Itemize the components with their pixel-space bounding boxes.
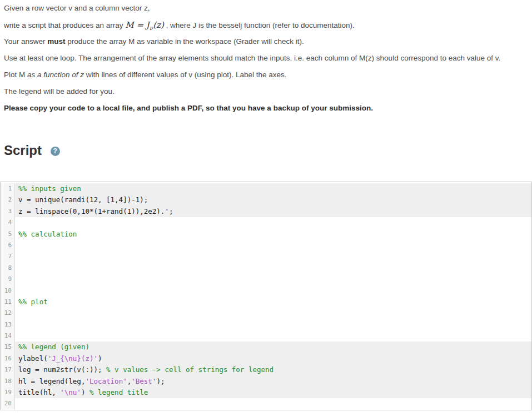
line-number: 20	[1, 398, 15, 409]
line-number: 13	[1, 319, 15, 330]
code-line: 9	[1, 274, 531, 285]
description-paragraph: Plot M as a function of z with lines of …	[4, 67, 528, 83]
code-line-content[interactable]	[15, 285, 531, 297]
code-token-plain: z = linspace(0,10*(1+rand(1)),2e2).';	[18, 207, 173, 215]
code-token-plain: )	[98, 354, 102, 363]
code-line-content[interactable]: %% plot	[15, 297, 531, 308]
text-segment: , where J is the besselj function (refer…	[164, 21, 355, 29]
code-line: 16ylabel('J_{\nu}(z)')	[1, 353, 531, 364]
math-formula-segment: M = J	[125, 20, 149, 30]
code-line-content: %% inputs given	[15, 183, 531, 194]
line-number: 1	[1, 183, 15, 194]
description: Given a row vector v and a column vector…	[0, 0, 532, 117]
description-paragraph: The legend will be added for you.	[4, 83, 528, 100]
code-line-content[interactable]	[15, 251, 531, 262]
code-line: 3z = linspace(0,10*(1+rand(1)),2e2).';	[1, 206, 531, 217]
code-line-content: v = unique(randi(12, [1,4])-1);	[15, 194, 531, 205]
code-token-plain: );	[156, 377, 165, 385]
code-line: 4	[1, 217, 531, 228]
code-line: 1%% inputs given	[1, 183, 531, 194]
code-line: 12	[1, 308, 531, 319]
code-token-comment: %% plot	[18, 298, 48, 306]
description-paragraph: write a script that produces an array M …	[4, 17, 528, 33]
code-line-content: hl = legend(leg,'Location','Best');	[15, 376, 531, 387]
code-token-string: 'Location'	[85, 377, 127, 385]
assignment-page: Given a row vector v and a column vector…	[0, 0, 532, 410]
line-number: 16	[1, 353, 15, 364]
description-paragraph: Given a row vector v and a column vector…	[4, 0, 528, 17]
code-line-content[interactable]	[15, 217, 531, 228]
line-number: 10	[1, 285, 15, 297]
line-number: 11	[1, 297, 15, 308]
code-line-content[interactable]	[15, 263, 531, 274]
code-line-content[interactable]	[15, 398, 531, 409]
code-token-comment: %% calculation	[18, 230, 77, 238]
text-segment: Given a row vector v and a column vector…	[4, 4, 150, 12]
line-number: 17	[1, 364, 15, 375]
line-number: 19	[1, 387, 15, 398]
line-number: 12	[1, 308, 15, 319]
help-icon[interactable]: ?	[51, 147, 60, 156]
code-token-string: 'J_{\nu}(z)'	[48, 354, 98, 363]
code-token-string: '\nu'	[60, 388, 81, 396]
script-title: Script	[4, 143, 42, 158]
code-line-content[interactable]	[15, 319, 531, 330]
text-segment: The legend will be added for you.	[4, 87, 115, 96]
code-line-content: ylabel('J_{\nu}(z)')	[15, 353, 531, 364]
text-segment: produce the array M as variable in the w…	[66, 37, 304, 46]
code-line: 13	[1, 319, 531, 330]
line-number: 6	[1, 240, 15, 251]
code-line: 10	[1, 285, 531, 297]
code-line: 20	[1, 398, 531, 409]
code-token-comment: %% inputs given	[18, 184, 81, 193]
code-line-content[interactable]	[15, 308, 531, 319]
code-line-content: leg = num2str(v(:)); % v values -> cell …	[15, 364, 531, 375]
line-number: 2	[1, 194, 15, 205]
text-segment: write a script that produces an array	[4, 21, 125, 29]
code-line: 11%% plot	[1, 297, 531, 308]
code-line-content[interactable]: %% calculation	[15, 229, 531, 240]
code-line: 5%% calculation	[1, 229, 531, 240]
code-line-content[interactable]	[15, 240, 531, 251]
code-line: 14	[1, 330, 531, 341]
code-line-content[interactable]	[15, 274, 531, 285]
code-line: 17leg = num2str(v(:)); % v values -> cel…	[1, 364, 531, 375]
code-token-plain: v = unique(randi(12, [1,4])-1);	[18, 195, 148, 204]
code-token-string: 'Best'	[131, 377, 156, 385]
code-token-plain: leg = num2str(v(:));	[18, 365, 106, 374]
line-number: 3	[1, 206, 15, 217]
code-line: 19title(hl, '\nu') % legend title	[1, 387, 531, 398]
line-number: 15	[1, 341, 15, 353]
code-line: 6	[1, 240, 531, 251]
text-segment: must	[47, 37, 65, 46]
code-line: 7	[1, 251, 531, 262]
description-paragraph: Use at least one loop. The arrangement o…	[4, 50, 528, 67]
line-number: 14	[1, 330, 15, 341]
line-number: 4	[1, 217, 15, 228]
line-number: 18	[1, 376, 15, 387]
description-paragraph: Your answer must produce the array M as …	[4, 33, 528, 50]
line-number: 7	[1, 251, 15, 262]
description-paragraph: Please copy your code to a local file, a…	[4, 100, 528, 117]
text-segment: Use at least one loop. The arrangement o…	[4, 54, 500, 62]
code-line-content[interactable]	[15, 330, 531, 341]
code-line: 8	[1, 263, 531, 274]
code-editor[interactable]: 1%% inputs given2v = unique(randi(12, [1…	[0, 182, 532, 410]
code-token-comment: % legend title	[90, 388, 148, 396]
code-token-comment: %% legend (given)	[18, 343, 90, 351]
text-segment: Please copy your code to a local file, a…	[4, 104, 373, 112]
code-line-content: z = linspace(0,10*(1+rand(1)),2e2).';	[15, 206, 531, 217]
text-segment: as a function of z	[27, 71, 84, 79]
code-line-content: %% legend (given)	[15, 341, 531, 353]
script-section-header: Script ?	[4, 143, 528, 158]
code-token-plain: hl = legend(leg,	[18, 377, 85, 385]
line-number: 5	[1, 229, 15, 240]
code-token-plain: ylabel(	[18, 354, 48, 363]
text-segment: Your answer	[4, 37, 47, 46]
code-token-plain: )	[81, 388, 90, 396]
line-number: 9	[1, 274, 15, 285]
math-formula-segment: (z)	[153, 20, 164, 30]
code-token-plain: title(hl,	[18, 388, 60, 396]
text-segment: with lines of different values of v (usi…	[84, 71, 286, 79]
line-number: 8	[1, 263, 15, 274]
